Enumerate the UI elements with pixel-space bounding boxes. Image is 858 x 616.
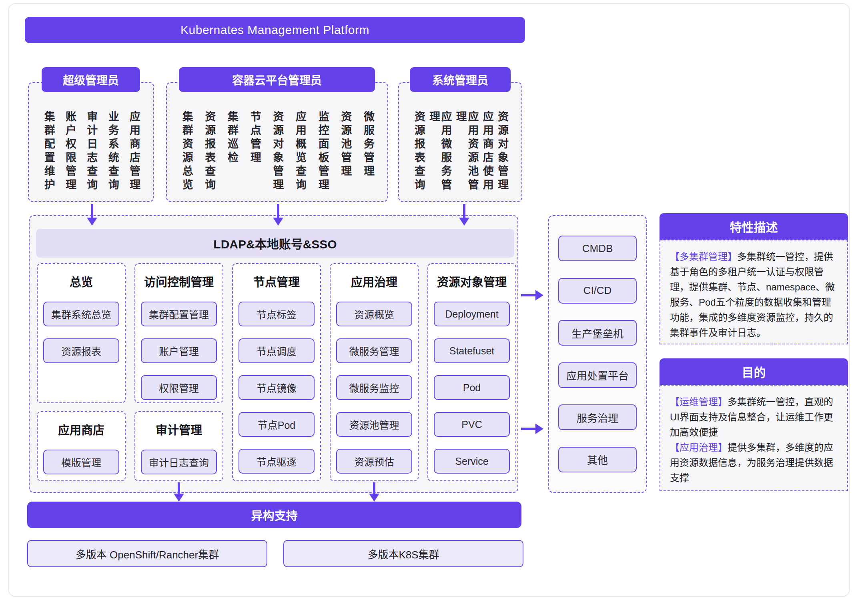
integration-item: 应用处置平台	[558, 362, 637, 388]
module-item: 权限管理	[141, 375, 217, 400]
purpose-panel-header: 目的	[660, 358, 848, 385]
platform-title: Kubernates Management Platform	[180, 23, 369, 37]
module-item: 微服务管理	[336, 338, 412, 363]
module-title: 应用治理	[351, 270, 397, 290]
module-item: Pod	[434, 375, 510, 400]
platform-title-bar: Kubernates Management Platform	[25, 17, 525, 43]
role-capability: 应用微服务管理	[427, 111, 451, 201]
role-capability: 集群巡检	[226, 111, 238, 165]
cluster-box-k8s: 多版本K8S集群	[283, 540, 523, 567]
purpose-panel-body: 【运维管理】多集群统一管控，直观的UI界面支持及信息整合，让运维工作更加高效便捷…	[660, 385, 848, 491]
role-box-platform-admin: 集群资源总览 资源报表查询 集群巡检 节点管理 资源对象管理 应用概览查询 监控…	[166, 82, 388, 202]
right-arrow-icon	[521, 290, 543, 300]
role-box-system-admin: 资源报表查询 应用微服务管理 应用资源池管理 应用商店使用 资源对象管理	[398, 82, 522, 202]
module-item: Statefuset	[434, 338, 510, 363]
module-item: 账户管理	[141, 338, 217, 363]
right-arrow-icon	[521, 424, 543, 434]
down-arrow-icon	[174, 482, 184, 502]
module-overview: 总览 集群系统总览 资源报表	[37, 263, 126, 403]
module-item: 资源概览	[336, 302, 412, 326]
module-title: 审计管理	[156, 418, 202, 438]
role-pill-system-admin: 系统管理员	[410, 67, 511, 92]
module-resource-objects: 资源对象管理 Deployment Statefuset Pod PVC Ser…	[427, 263, 516, 481]
module-item: 集群系统总览	[43, 302, 119, 326]
integration-item: CMDB	[558, 236, 637, 261]
module-access-control: 访问控制管理 集群配置管理 账户管理 权限管理	[134, 263, 223, 403]
role-pill-super-admin: 超级管理员	[42, 67, 140, 92]
integration-item: 服务治理	[558, 404, 637, 430]
module-item: 资源池管理	[336, 412, 412, 437]
role-capability: 账户权限管理	[64, 111, 76, 192]
role-capability: 监控面板管理	[317, 111, 329, 192]
role-capability: 应用商店管理	[128, 111, 140, 192]
architecture-diagram: Kubernates Management Platform 集群配置维护 账户…	[0, 0, 858, 616]
role-capability: 应用商店使用	[481, 111, 493, 192]
module-title: 资源对象管理	[437, 270, 507, 290]
integration-column: CMDB CI/CD 生产堡垒机 应用处置平台 服务治理 其他	[548, 215, 647, 493]
module-title: 访问控制管理	[144, 270, 214, 290]
module-item: 节点Pod	[239, 412, 315, 437]
module-item: 节点调度	[239, 338, 315, 363]
role-capability: 集群配置维护	[42, 111, 54, 192]
purpose-tag: 【运维管理】	[670, 396, 728, 407]
integration-item: CI/CD	[558, 278, 637, 304]
module-item: 资源报表	[43, 338, 119, 363]
module-item: Deployment	[434, 302, 510, 326]
feature-panel-header: 特性描述	[660, 213, 848, 240]
module-item: 审计日志查询	[141, 450, 217, 474]
role-capability: 业务系统查询	[106, 111, 118, 192]
role-capability: 资源池管理	[339, 111, 351, 179]
module-item: 模版管理	[43, 450, 119, 474]
role-capability: 资源对象管理	[496, 111, 508, 192]
integration-item: 其他	[558, 447, 637, 472]
hetero-support-bar: 异构支持	[27, 502, 521, 528]
role-capability: 应用资源池管理	[454, 111, 478, 201]
module-item: 集群配置管理	[141, 302, 217, 326]
module-item: PVC	[434, 412, 510, 437]
role-capability: 微服务管理	[362, 111, 374, 179]
module-item: 微服务监控	[336, 375, 412, 400]
module-item: 节点镜像	[239, 375, 315, 400]
auth-bar: LDAP&本地账号&SSO	[36, 229, 514, 258]
module-item: 节点驱逐	[239, 449, 315, 474]
cluster-box-openshift-rancher: 多版本 OpenShift/Rancher集群	[27, 540, 267, 567]
module-app-governance: 应用治理 资源概览 微服务管理 微服务监控 资源池管理 资源预估	[330, 263, 419, 481]
module-app-store: 应用商店 模版管理	[37, 411, 126, 481]
role-box-super-admin: 集群配置维护 账户权限管理 审计日志查询 业务系统查询 应用商店管理	[28, 82, 154, 202]
module-audit: 审计管理 审计日志查询	[134, 411, 223, 481]
module-title: 节点管理	[253, 270, 300, 290]
role-capability: 资源对象管理	[271, 111, 283, 192]
down-arrow-icon	[87, 204, 97, 226]
role-pill-platform-admin: 容器云平台管理员	[179, 67, 375, 92]
module-node-management: 节点管理 节点标签 节点调度 节点镜像 节点Pod 节点驱逐	[232, 263, 321, 481]
down-arrow-icon	[369, 482, 379, 502]
module-title: 应用商店	[58, 418, 104, 438]
feature-panel-body: 【多集群管理】多集群统一管控，提供基于角色的多租户统一认证与权限管理，提供集群、…	[660, 240, 848, 344]
module-item: 节点标签	[239, 302, 315, 326]
purpose-panel: 目的 【运维管理】多集群统一管控，直观的UI界面支持及信息整合，让运维工作更加高…	[660, 358, 848, 491]
feature-tag: 【多集群管理】	[670, 251, 737, 262]
role-capability: 节点管理	[249, 111, 261, 165]
purpose-tag: 【应用治理】	[670, 442, 728, 453]
down-arrow-icon	[273, 204, 283, 226]
feature-text: 多集群统一管控，提供基于角色的多租户统一认证与权限管理，提供集群、节点、name…	[670, 251, 835, 338]
integration-item: 生产堡垒机	[558, 320, 637, 346]
role-capability: 审计日志查询	[85, 111, 97, 192]
module-title: 总览	[70, 270, 93, 290]
down-arrow-icon	[459, 204, 469, 226]
module-item: Service	[434, 449, 510, 474]
feature-panel: 特性描述 【多集群管理】多集群统一管控，提供基于角色的多租户统一认证与权限管理，…	[660, 213, 848, 344]
role-capability: 应用概览查询	[294, 111, 306, 192]
module-item: 资源预估	[336, 449, 412, 474]
role-capability: 资源报表查询	[413, 111, 425, 192]
role-capability: 集群资源总览	[180, 111, 192, 192]
role-capability: 资源报表查询	[203, 111, 215, 192]
